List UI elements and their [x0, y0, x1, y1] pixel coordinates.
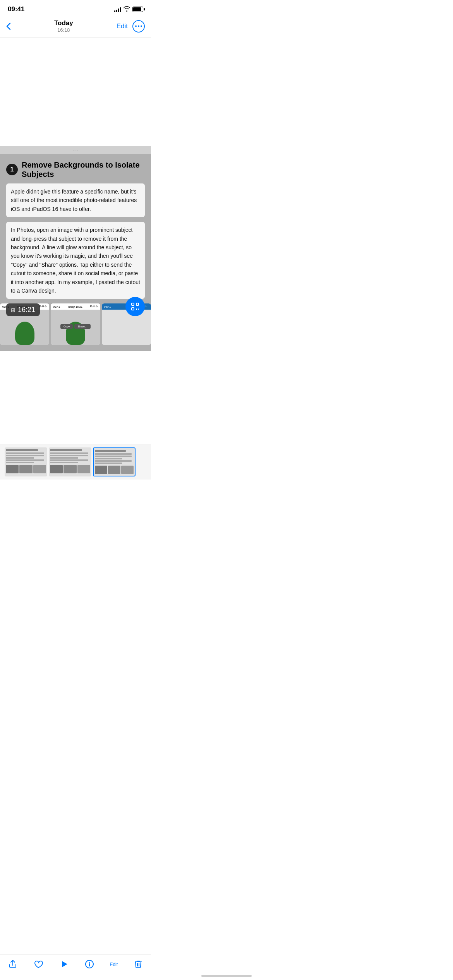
thumb-lines-1	[6, 452, 46, 463]
bar3	[118, 9, 119, 12]
article-container: 1 Remove Backgrounds to Isolate Subjects…	[0, 154, 151, 299]
thumbnail-strip	[0, 444, 151, 480]
thumb-inner-imgs-2	[50, 465, 90, 473]
calendar-icon: ⊞	[11, 307, 15, 313]
nav-subtitle: 16:18	[54, 27, 73, 33]
step-number: 1	[6, 164, 18, 175]
thumb-inner-imgs-3	[95, 466, 134, 474]
more-button[interactable]	[132, 20, 145, 33]
back-button[interactable]	[6, 22, 11, 30]
signal-bars-icon	[114, 7, 121, 12]
thumb-content-1	[5, 447, 47, 476]
thumbnail-3[interactable]	[93, 447, 136, 476]
article-title: Remove Backgrounds to Isolate Subjects	[22, 160, 145, 179]
bar1	[114, 10, 115, 12]
copy-share-bar: Copy Share…	[60, 324, 91, 329]
screenshot-card: ···· 1 Remove Backgrounds to Isolate Sub…	[0, 146, 151, 351]
scan-button[interactable]	[125, 297, 145, 316]
article-header: 1 Remove Backgrounds to Isolate Subjects	[6, 160, 145, 179]
main-content: ···· 1 Remove Backgrounds to Isolate Sub…	[0, 38, 151, 518]
svg-point-1	[138, 26, 139, 27]
partial-header-text: ····	[73, 148, 77, 152]
white-space-top	[0, 38, 151, 146]
thumb-title-1	[6, 449, 38, 451]
thumb-content-2	[49, 447, 91, 476]
screenshot-card-bottom	[0, 345, 151, 351]
thumbnail-1[interactable]	[5, 447, 47, 476]
thumb-content-3	[94, 448, 135, 476]
nav-bar: Today 16:18 Edit	[0, 16, 151, 38]
thumb-lines-3	[95, 453, 134, 464]
thumb-title-3	[95, 450, 126, 452]
status-time: 09:41	[8, 5, 24, 13]
copy-button[interactable]: Copy	[60, 324, 73, 329]
status-bar: 09:41	[0, 0, 151, 16]
paragraph-2: In Photos, open an image with a prominen…	[6, 222, 145, 299]
inner-phone-header-2: 09:41 Today 16:21 Edit ⊙	[51, 303, 100, 310]
wifi-icon	[124, 6, 130, 13]
edit-button[interactable]: Edit	[117, 22, 128, 30]
thumb-inner-imgs-1	[6, 465, 46, 473]
green-shape-1	[15, 322, 34, 345]
nav-title: Today	[54, 19, 73, 27]
nav-title-group: Today 16:18	[54, 19, 73, 33]
bar2	[116, 10, 117, 12]
svg-rect-5	[132, 308, 134, 310]
time-overlay-text: 16:21	[18, 306, 35, 314]
svg-point-2	[141, 26, 142, 27]
nav-actions: Edit	[117, 20, 145, 33]
share-button[interactable]: Share…	[74, 324, 91, 329]
inner-phone-content-2: Copy Share…	[51, 310, 100, 345]
time-overlay: ⊞ 16:21	[6, 303, 40, 316]
inner-phone-content-3	[102, 310, 151, 345]
paragraph-1: Apple didn't give this feature a specifi…	[6, 183, 145, 217]
thumb-title-2	[50, 449, 82, 451]
bar4	[120, 7, 121, 12]
battery-fill	[133, 7, 141, 11]
white-space-bottom	[0, 480, 151, 518]
inner-screenshot-2: 09:41 Today 16:21 Edit ⊙ Copy Share…	[51, 303, 100, 345]
svg-point-0	[135, 26, 137, 27]
white-space-mid	[0, 351, 151, 444]
partial-screenshot-header: ····	[0, 146, 151, 154]
svg-rect-4	[136, 303, 139, 305]
battery-icon	[132, 7, 143, 12]
svg-rect-3	[132, 303, 134, 305]
thumbnail-2[interactable]	[49, 447, 91, 476]
status-icons	[114, 6, 143, 13]
thumb-lines-2	[50, 452, 90, 463]
